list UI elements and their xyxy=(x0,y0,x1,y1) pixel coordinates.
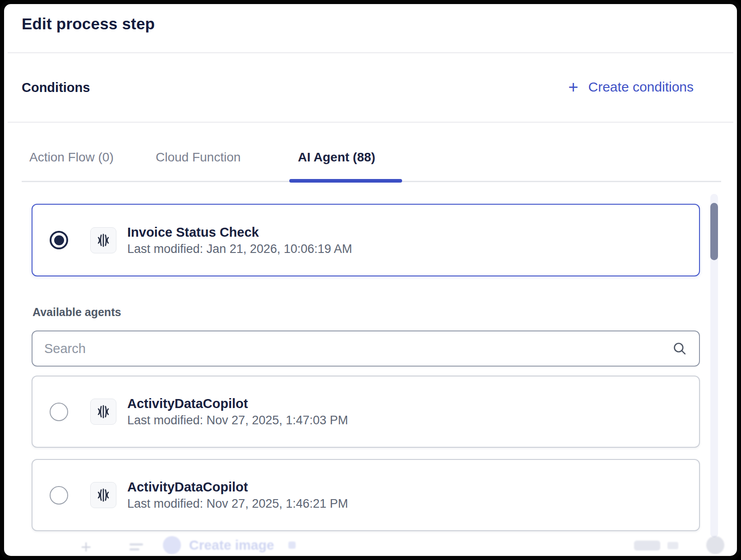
ghost-caret-icon xyxy=(288,542,296,549)
search-icon xyxy=(672,341,687,356)
plus-icon: + xyxy=(568,78,578,96)
scrollbar-thumb[interactable] xyxy=(710,203,718,260)
soundwave-icon xyxy=(94,231,113,250)
radio-unselected[interactable] xyxy=(50,486,68,505)
agent-name: Invoice Status Check xyxy=(127,224,352,241)
agent-name: ActivityDataCopilot xyxy=(127,479,348,496)
radio-dot xyxy=(54,235,64,245)
conditions-label: Conditions xyxy=(22,80,90,95)
tab-action-flow[interactable]: Action Flow (0) xyxy=(29,150,114,165)
ghost-create-image-button: Create image xyxy=(163,536,296,554)
header-divider xyxy=(8,52,733,53)
search-input[interactable] xyxy=(32,331,672,366)
edit-process-step-dialog: Edit process step Conditions + Create co… xyxy=(4,4,737,556)
agent-last-modified: Last modified: Nov 27, 2025, 1:47:03 PM xyxy=(127,413,348,428)
ghost-avatar xyxy=(706,536,724,554)
screenshot-frame: Edit process step Conditions + Create co… xyxy=(0,0,741,560)
agent-last-modified: Last modified: Jan 21, 2026, 10:06:19 AM xyxy=(127,241,352,257)
soundwave-icon xyxy=(94,402,113,421)
tab-ai-agent[interactable]: AI Agent (88) xyxy=(298,150,375,165)
page-title: Edit process step xyxy=(22,15,155,33)
agent-icon-box xyxy=(90,399,116,425)
agent-option-invoice-status-check[interactable]: Invoice Status Check Last modified: Jan … xyxy=(32,204,700,276)
ghost-globe-icon xyxy=(163,536,181,554)
agent-last-modified: Last modified: Nov 27, 2025, 1:46:21 PM xyxy=(127,496,348,511)
available-agents-label: Available agents xyxy=(32,306,121,319)
radio-selected[interactable] xyxy=(50,231,68,249)
section-divider xyxy=(8,122,733,123)
radio-unselected[interactable] xyxy=(50,403,68,421)
agent-option-activitydatacopilot-1[interactable]: ActivityDataCopilot Last modified: Nov 2… xyxy=(32,376,700,448)
agent-option-activitydatacopilot-2[interactable]: ActivityDataCopilot Last modified: Nov 2… xyxy=(32,459,700,531)
active-tab-underline xyxy=(289,179,402,183)
agent-icon-box xyxy=(90,482,116,508)
agent-search-box xyxy=(32,330,700,367)
ghost-model-selector xyxy=(634,541,678,551)
ghost-create-image-label: Create image xyxy=(189,537,274,553)
agent-name: ActivityDataCopilot xyxy=(127,395,348,412)
create-conditions-label: Create conditions xyxy=(588,79,694,95)
soundwave-icon xyxy=(94,486,113,505)
tab-cloud-function[interactable]: Cloud Function xyxy=(156,150,241,165)
ghost-plus-icon: + xyxy=(81,537,91,556)
create-conditions-button[interactable]: + Create conditions xyxy=(568,78,694,96)
agent-icon-box xyxy=(90,227,116,253)
ghost-settings-icon xyxy=(130,541,143,553)
